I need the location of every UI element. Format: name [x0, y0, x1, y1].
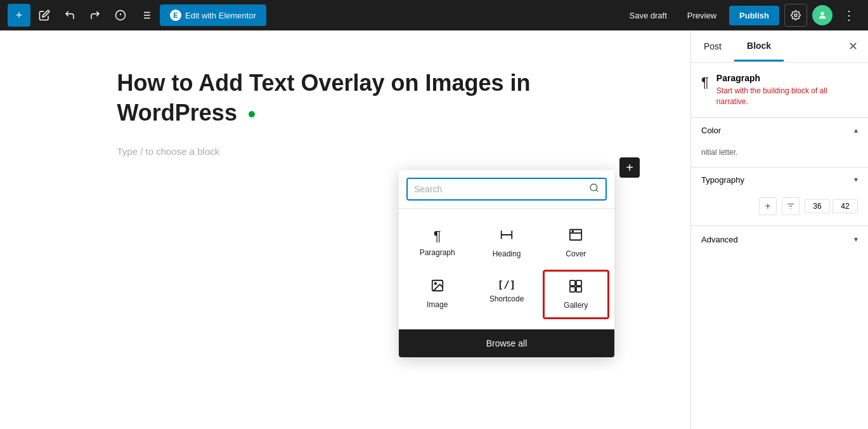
sidebar-close-button[interactable]: ✕: [838, 30, 868, 62]
elementor-button-label: Edit with Elementor: [185, 11, 256, 20]
gallery-icon: [569, 279, 583, 297]
block-item-gallery[interactable]: Gallery: [543, 270, 609, 319]
title-saved-indicator: [249, 111, 255, 117]
typography-filter-button[interactable]: [782, 197, 800, 215]
svg-point-16: [434, 282, 436, 284]
shortcode-label: Shortcode: [489, 294, 524, 303]
svg-point-11: [590, 184, 597, 191]
shortcode-icon: [/]: [498, 279, 516, 291]
image-icon: [431, 279, 444, 296]
block-info-section: ¶ Paragraph Start with the building bloc…: [691, 63, 868, 118]
svg-point-9: [794, 14, 797, 16]
info-button[interactable]: [109, 4, 132, 27]
advanced-section-label: Advanced: [701, 235, 738, 244]
save-draft-button[interactable]: Save draft: [622, 6, 675, 25]
toolbar-left: + E Edit with Elementor: [8, 4, 617, 27]
browse-all-button[interactable]: Browse all: [399, 329, 614, 357]
size-input-2[interactable]: [832, 199, 858, 213]
undo-button[interactable]: [58, 4, 81, 27]
block-item-paragraph[interactable]: ¶ Paragraph: [404, 219, 470, 267]
advanced-chevron-icon: ▾: [854, 235, 858, 244]
redo-button[interactable]: [84, 4, 107, 27]
top-toolbar: + E Edit with Elementor Save draft Previ…: [0, 0, 868, 30]
paragraph-block-icon: ¶: [701, 73, 709, 91]
elementor-button[interactable]: E Edit with Elementor: [160, 4, 266, 26]
block-info-description: Start with the building block of all nar…: [716, 86, 858, 107]
heading-label: Heading: [493, 249, 521, 258]
color-section: Color ▴ nitial letter.: [691, 118, 868, 168]
block-item-heading[interactable]: Heading: [473, 219, 540, 267]
tab-block[interactable]: Block: [734, 32, 784, 62]
user-avatar-button[interactable]: [812, 5, 832, 25]
add-block-toolbar-button[interactable]: +: [8, 4, 30, 27]
cover-label: Cover: [566, 249, 586, 258]
block-inserter-popup: ¶ Paragraph Heading Cover: [399, 170, 614, 357]
svg-rect-18: [576, 280, 581, 286]
post-title[interactable]: How to Add Text Overlay on Images in Wor…: [117, 69, 574, 128]
block-info-name: Paragraph: [716, 73, 858, 83]
search-input[interactable]: [414, 184, 584, 194]
heading-icon: [500, 228, 514, 246]
color-chevron-icon: ▴: [854, 126, 858, 135]
size-input-1[interactable]: [805, 199, 830, 213]
svg-rect-20: [576, 287, 581, 292]
publish-button[interactable]: Publish: [729, 6, 779, 25]
elementor-logo: E: [170, 10, 181, 21]
svg-point-10: [820, 12, 824, 15]
editor-area: How to Add Text Overlay on Images in Wor…: [0, 30, 690, 429]
tab-post[interactable]: Post: [691, 32, 734, 60]
search-icon: [589, 183, 599, 195]
paragraph-icon: ¶: [434, 228, 441, 244]
sidebar-tabs: Post Block ✕: [691, 30, 868, 63]
preview-button[interactable]: Preview: [680, 6, 724, 25]
paragraph-label: Paragraph: [420, 248, 455, 257]
block-item-image[interactable]: Image: [404, 270, 470, 319]
image-label: Image: [427, 300, 448, 309]
svg-rect-19: [570, 287, 575, 292]
size-inputs: [805, 199, 858, 213]
right-sidebar: Post Block ✕ ¶ Paragraph Start with the …: [690, 30, 868, 429]
color-section-header[interactable]: Color ▴: [691, 118, 868, 143]
cover-icon: [569, 228, 583, 246]
settings-button[interactable]: [784, 4, 807, 27]
color-section-content: nitial letter.: [691, 143, 868, 167]
block-info-text: Paragraph Start with the building block …: [716, 73, 858, 107]
inserter-search-inner: [406, 178, 607, 201]
gallery-label: Gallery: [564, 301, 588, 310]
initial-letter-text: nitial letter.: [701, 148, 737, 157]
svg-line-12: [596, 190, 598, 192]
block-item-cover[interactable]: Cover: [543, 219, 609, 267]
typography-section-label: Typography: [701, 175, 744, 185]
svg-rect-17: [570, 280, 575, 286]
more-options-button[interactable]: ⋮: [838, 4, 860, 27]
block-placeholder[interactable]: Type / to choose a block: [117, 143, 574, 159]
inserter-search-area: [399, 170, 614, 209]
block-grid: ¶ Paragraph Heading Cover: [399, 209, 614, 329]
block-item-shortcode[interactable]: [/] Shortcode: [473, 270, 540, 319]
svg-point-14: [573, 231, 574, 232]
typography-chevron-icon: ▾: [854, 175, 858, 184]
color-section-label: Color: [701, 126, 721, 135]
toolbar-right: Save draft Preview Publish ⋮: [622, 4, 860, 27]
advanced-section[interactable]: Advanced ▾: [691, 226, 868, 253]
draw-tool-button[interactable]: [33, 4, 56, 27]
main-layout: How to Add Text Overlay on Images in Wor…: [0, 30, 868, 429]
typography-add-button[interactable]: +: [759, 197, 777, 215]
typography-section: Typography ▾ +: [691, 168, 868, 226]
typography-section-header[interactable]: Typography ▾: [691, 168, 868, 192]
add-block-inline-button[interactable]: +: [619, 157, 640, 178]
list-view-button[interactable]: [134, 4, 157, 27]
svg-rect-13: [570, 230, 581, 241]
